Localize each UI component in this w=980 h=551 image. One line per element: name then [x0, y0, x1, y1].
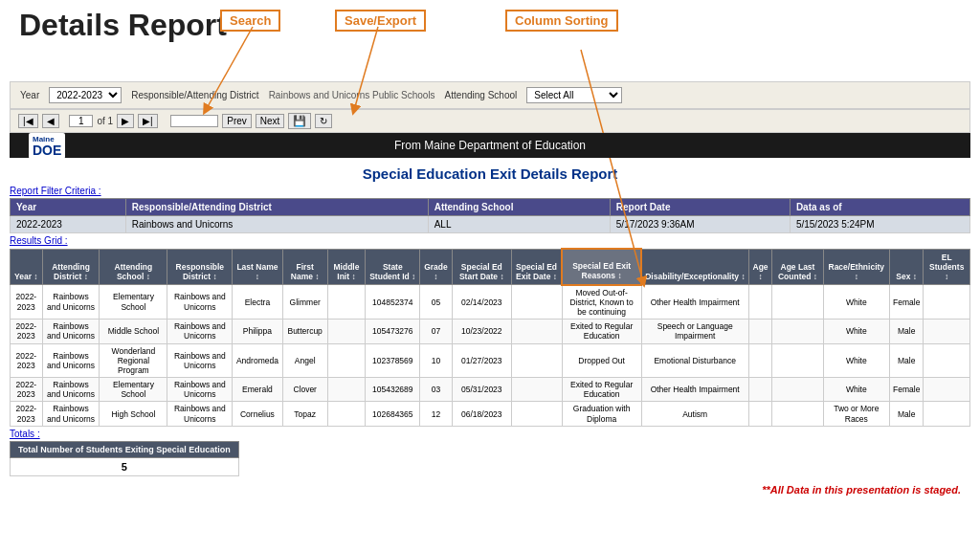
col-age[interactable]: Age ↕ — [748, 249, 772, 285]
table-cell — [327, 320, 366, 343]
table-cell: Two or More Races — [823, 402, 890, 426]
table-cell: Exited to Regular Education — [562, 320, 641, 343]
table-cell: 2022-2023 — [11, 285, 43, 320]
table-cell — [748, 320, 772, 343]
pagination-spacer — [63, 116, 66, 126]
page-title: Details Report — [19, 8, 227, 43]
table-cell: Wonderland Regional Program — [100, 343, 167, 378]
table-cell: Male — [890, 320, 924, 343]
results-grid-link[interactable]: Results Grid : — [10, 235, 970, 246]
table-cell: Emotional Disturbance — [641, 343, 748, 378]
col-sped-exit-date[interactable]: Special Ed Exit Date ↕ — [512, 249, 563, 285]
table-row: 2022-2023Rainbows and UnicornsHigh Schoo… — [11, 402, 970, 426]
report-title: Special Education Exit Details Report — [10, 165, 970, 182]
table-cell — [772, 320, 823, 343]
page-input[interactable] — [69, 115, 93, 127]
table-cell: Other Health Impairment — [641, 378, 748, 402]
table-cell — [772, 402, 823, 426]
summary-district: Rainbows and Unicorns — [125, 216, 428, 233]
table-cell — [327, 378, 366, 402]
totals-header: Total Number of Students Exiting Special… — [11, 441, 239, 457]
table-cell — [327, 285, 366, 320]
prev-label-button[interactable]: Prev — [222, 114, 252, 128]
next-page-button[interactable]: ▶ — [117, 114, 134, 128]
year-label: Year — [20, 90, 39, 100]
last-page-button[interactable]: ▶| — [138, 114, 158, 128]
table-cell: Middle School — [100, 320, 167, 343]
table-cell: Philippa — [233, 320, 282, 343]
summary-col-district: Responsible/Attending District — [125, 199, 428, 216]
table-row: 2022-2023Rainbows and UnicornsWonderland… — [11, 343, 970, 378]
totals-link[interactable]: Totals : — [10, 429, 970, 439]
attending-school-select[interactable]: Select All — [526, 87, 622, 103]
prev-page-button[interactable]: ◀ — [42, 114, 59, 128]
totals-value: 5 — [11, 457, 239, 475]
col-attending-school[interactable]: Attending School ↕ — [100, 249, 167, 285]
col-sped-start-date[interactable]: Special Ed Start Date ↕ — [452, 249, 511, 285]
table-cell: Electra — [233, 285, 282, 320]
table-cell: Rainbows and Unicorns — [42, 402, 100, 426]
table-cell: Rainbows and Unicorns — [167, 320, 233, 343]
table-cell: Speech or Language Impairment — [641, 320, 748, 343]
summary-col-school: Attending School — [428, 199, 610, 216]
table-cell: 12 — [420, 402, 452, 426]
table-row: 2022-2023Rainbows and UnicornsMiddle Sch… — [11, 320, 970, 343]
column-sorting-annotation: Column Sorting — [505, 10, 618, 32]
table-cell — [512, 378, 563, 402]
col-state-student-id[interactable]: State Student Id ↕ — [366, 249, 420, 285]
table-cell: Rainbows and Unicorns — [167, 378, 233, 402]
col-first-name[interactable]: First Name ↕ — [282, 249, 327, 285]
search-input[interactable] — [170, 115, 218, 127]
table-cell: White — [823, 378, 890, 402]
table-cell — [772, 285, 823, 320]
table-cell: Female — [890, 378, 924, 402]
col-responsible-district[interactable]: Responsible District ↕ — [167, 249, 233, 285]
pagination-bar: |◀ ◀ of 1 ▶ ▶| Prev Next 💾 ↻ — [10, 109, 970, 133]
col-el-students[interactable]: EL Students ↕ — [924, 249, 970, 285]
doe-logo-doe: DOE — [33, 143, 61, 157]
col-sped-exit-reasons[interactable]: Special Ed Exit Reasons ↕ — [562, 249, 641, 285]
table-cell — [924, 402, 970, 426]
table-cell: Rainbows and Unicorns — [167, 402, 233, 426]
report-filter-criteria-link[interactable]: Report Filter Criteria : — [10, 186, 970, 196]
col-age-last-counted[interactable]: Age Last Counted ↕ — [772, 249, 823, 285]
table-cell: Exited to Regular Education — [562, 378, 641, 402]
table-cell — [512, 320, 563, 343]
col-grade[interactable]: Grade ↕ — [420, 249, 452, 285]
year-select[interactable]: 2022-2023 — [49, 87, 122, 103]
table-cell: Male — [890, 402, 924, 426]
table-cell: 2022-2023 — [11, 378, 43, 402]
page-of: of 1 — [97, 116, 113, 126]
doe-logo: Maine DOE — [29, 133, 65, 159]
col-race-ethnicity[interactable]: Race/Ethnicity ↕ — [823, 249, 890, 285]
pagination-gap — [162, 116, 167, 126]
table-cell — [512, 285, 563, 320]
table-cell: Clover — [282, 378, 327, 402]
table-cell: Rainbows and Unicorns — [42, 285, 100, 320]
col-disability[interactable]: Disability/Exceptionality ↕ — [641, 249, 748, 285]
table-cell: White — [823, 320, 890, 343]
refresh-button[interactable]: ↻ — [315, 114, 332, 128]
table-cell: 104852374 — [366, 285, 420, 320]
table-cell — [748, 402, 772, 426]
table-cell: Graduation with Diploma — [562, 402, 641, 426]
table-cell: Buttercup — [282, 320, 327, 343]
table-cell: Elementary School — [100, 285, 167, 320]
col-last-name[interactable]: Last Name ↕ — [233, 249, 282, 285]
table-cell: 07 — [420, 320, 452, 343]
data-table: Year ↕ Attending District ↕ Attending Sc… — [10, 248, 970, 427]
table-cell — [924, 320, 970, 343]
disclaimer: **All Data in this presentation is stage… — [0, 480, 980, 499]
table-cell: 105473276 — [366, 320, 420, 343]
first-page-button[interactable]: |◀ — [18, 114, 38, 128]
table-cell: 102684365 — [366, 402, 420, 426]
table-cell: Emerald — [233, 378, 282, 402]
col-attending-district[interactable]: Attending District ↕ — [42, 249, 100, 285]
next-label-button[interactable]: Next — [256, 114, 285, 128]
col-sex[interactable]: Sex ↕ — [890, 249, 924, 285]
table-cell: Dropped Out — [562, 343, 641, 378]
col-year[interactable]: Year ↕ — [11, 249, 43, 285]
table-cell: 105432689 — [366, 378, 420, 402]
export-icon-button[interactable]: 💾 — [288, 113, 311, 129]
col-middle-init[interactable]: Middle Init ↕ — [327, 249, 366, 285]
